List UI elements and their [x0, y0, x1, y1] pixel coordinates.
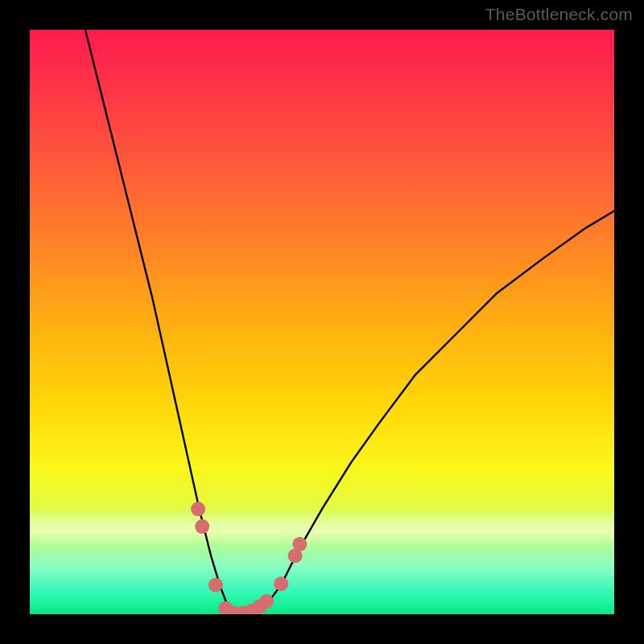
marker-dot [292, 537, 307, 551]
highlight-dots [191, 502, 307, 614]
marker-dot [259, 594, 274, 609]
marker-dot [195, 519, 209, 534]
bottleneck-curve [85, 30, 614, 614]
plot-area [30, 30, 614, 614]
marker-dot [208, 578, 223, 592]
marker-dot [274, 576, 288, 591]
chart-frame: TheBottleneck.com [0, 0, 644, 644]
marker-dot [191, 502, 205, 516]
chart-svg [30, 30, 614, 614]
watermark-text: TheBottleneck.com [485, 5, 633, 24]
